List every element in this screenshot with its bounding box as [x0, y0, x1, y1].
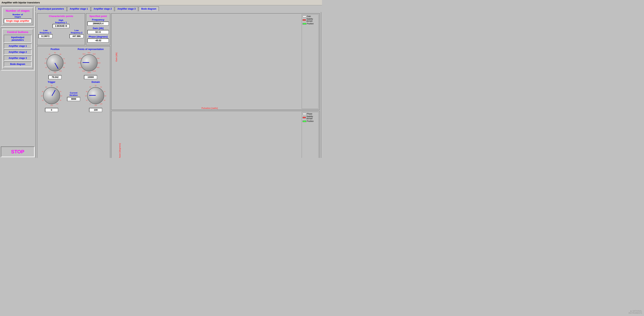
points-knob[interactable]: 5000 6000 7000 8000 9000 10000 10000 100…: [78, 51, 100, 74]
current-iteration-value: 9999: [67, 97, 80, 101]
svg-text:90: 90: [60, 99, 61, 101]
svg-text:80: 80: [60, 95, 62, 97]
gain-chart-container: Gain [db] Pulsation [rad/s] Gain Stabili…: [111, 13, 320, 110]
spec-point-title: Specified point: [87, 15, 109, 18]
gain-x-label: Pulsation [rad/s]: [202, 107, 218, 109]
left-content: Characteristic points Highfrequency 1 2.…: [37, 13, 110, 158]
svg-text:100: 100: [59, 70, 62, 72]
svg-text:60: 60: [100, 86, 102, 88]
gain-legend-stability-color: [302, 19, 306, 21]
tab-amp-stage3[interactable]: Amplifier stage 3: [115, 7, 138, 11]
svg-text:9000: 9000: [96, 67, 100, 68]
svg-text:10: 10: [42, 99, 44, 101]
svg-text:20: 20: [44, 62, 46, 64]
domain-knob-title: Domain: [84, 81, 107, 83]
position-value: 79.042: [48, 75, 62, 79]
phase-legend-phase-color: [302, 113, 306, 115]
gain-y-label: Gain [db]: [115, 52, 118, 62]
svg-text:50: 50: [95, 85, 96, 86]
title-bar: Amplifier with bipolar transistors: [0, 0, 322, 5]
gain-legend-gain-label: Gain: [307, 15, 311, 17]
current-iteration-section: Currentiteration 9999: [67, 92, 80, 101]
svg-text:20: 20: [85, 95, 87, 97]
svg-text:90: 90: [104, 99, 106, 101]
gain-label: Gain [db]: [87, 27, 109, 30]
gain-legend: Gain Stability domain Pozition: [302, 14, 318, 109]
svg-text:3000: 3000: [78, 62, 81, 64]
gain-legend-gain-color: [302, 16, 306, 17]
svg-text:80: 80: [64, 62, 66, 64]
left-panel: Number of stages Number ofstages Single …: [1, 6, 35, 157]
svg-text:50: 50: [51, 85, 52, 86]
svg-text:100: 100: [50, 104, 53, 106]
svg-text:5000: 5000: [83, 53, 86, 55]
low-freq2-value: 447.986: [70, 34, 84, 38]
svg-text:100: 100: [100, 103, 103, 105]
number-of-stages-label: Number ofstages: [4, 13, 32, 18]
number-of-stages-panel: Number of stages Number ofstages Single …: [1, 6, 35, 27]
svg-text:70: 70: [60, 91, 61, 92]
charts-area: Gain [db] Pulsation [rad/s] Gain Stabili…: [111, 13, 320, 158]
svg-text:90: 90: [63, 67, 65, 68]
svg-text:0: 0: [46, 103, 46, 105]
svg-text:30: 30: [42, 91, 44, 92]
position-knob-section: Position 50 60 70 80 90: [44, 48, 66, 79]
number-of-stages-title: Number of stages: [4, 9, 32, 12]
low-freq2-label: Lowfrequency 2: [70, 29, 84, 34]
phase-legend-position-color: [302, 120, 306, 122]
tab-amp-stage1[interactable]: Amplifier stage 1: [67, 7, 90, 11]
points-knob-title: Points of representation: [78, 48, 104, 51]
phase-chart-container: Phase [degrees] Pulsation [rad/s] Phase …: [111, 111, 320, 158]
number-of-stages-inner: Number of stages Number ofstages Single …: [2, 8, 33, 25]
svg-text:10: 10: [46, 67, 47, 68]
btn-amp-stage2[interactable]: Amplifier stage 2: [4, 49, 32, 55]
position-knob[interactable]: 50 60 70 80 90 100 100 0 10: [44, 51, 66, 74]
svg-text:20: 20: [41, 95, 42, 97]
tab-bode[interactable]: Bode diagram: [138, 7, 159, 11]
domain-knob-section: Domain 50 60 70 80 90 100: [84, 81, 107, 112]
svg-text:0: 0: [90, 103, 91, 105]
svg-text:70: 70: [104, 91, 106, 92]
svg-text:40: 40: [90, 86, 91, 88]
stop-button[interactable]: STOP: [1, 146, 35, 157]
svg-text:60: 60: [56, 86, 58, 88]
trigger-knob[interactable]: 50 60 70 80 90 100 100 0 10: [40, 84, 63, 107]
svg-text:40: 40: [49, 53, 50, 55]
freq-value: 2866825.4: [87, 22, 109, 26]
btn-io-params[interactable]: Input/output parameters: [4, 35, 32, 43]
control-buttons-inner: Control buttons Input/output parameters …: [2, 29, 33, 69]
gain-chart: [119, 15, 300, 106]
svg-text:70: 70: [63, 58, 65, 60]
tab-amp-stage2[interactable]: Amplifier stage 2: [91, 7, 114, 11]
phase-legend-position-label: Pozition: [307, 120, 314, 122]
btn-amp-stage1[interactable]: Amplifier stage 1: [4, 43, 32, 49]
btn-bode[interactable]: Bode diagram: [4, 62, 32, 67]
app-title: Amplifier with bipolar transistors: [2, 1, 40, 4]
high-freq1-label: Highfrequency 1: [38, 19, 84, 24]
trigger-knob-section: Trigger 50 60 70 80 90 100: [40, 81, 63, 112]
svg-text:8000: 8000: [98, 62, 101, 64]
content-area: Characteristic points Highfrequency 1 2.…: [36, 12, 321, 158]
stages-value: Single stage amplifier: [4, 19, 32, 23]
gain-legend-position-color: [302, 23, 306, 25]
svg-text:30: 30: [46, 58, 47, 60]
trigger-value: 0: [45, 108, 58, 112]
svg-text:1000: 1000: [82, 70, 85, 72]
svg-text:5000: 5000: [88, 52, 91, 53]
phase-legend-stability-label: Stability domain: [306, 115, 318, 120]
svg-text:10000: 10000: [92, 70, 96, 72]
phase-chart: [119, 113, 300, 158]
control-buttons-title: Control buttons: [4, 30, 32, 34]
phase-y-label: Phase [degrees]: [119, 143, 121, 158]
gain-value: 32.11: [87, 30, 109, 34]
svg-text:60: 60: [60, 53, 62, 55]
btn-amp-stage3[interactable]: Amplifier stage 3: [4, 56, 32, 61]
svg-text:40: 40: [45, 86, 47, 88]
gain-legend-stability-label: Stability domain: [306, 18, 318, 22]
svg-text:10000: 10000: [87, 72, 91, 73]
position-knob-title: Position: [44, 48, 66, 51]
svg-text:7000: 7000: [96, 58, 100, 59]
tab-io-params[interactable]: Input/output parameters: [36, 7, 67, 11]
characteristic-points-box: Characteristic points Highfrequency 1 2.…: [37, 13, 85, 45]
domain-knob[interactable]: 50 60 70 80 90 100 100 0 10: [84, 84, 107, 107]
